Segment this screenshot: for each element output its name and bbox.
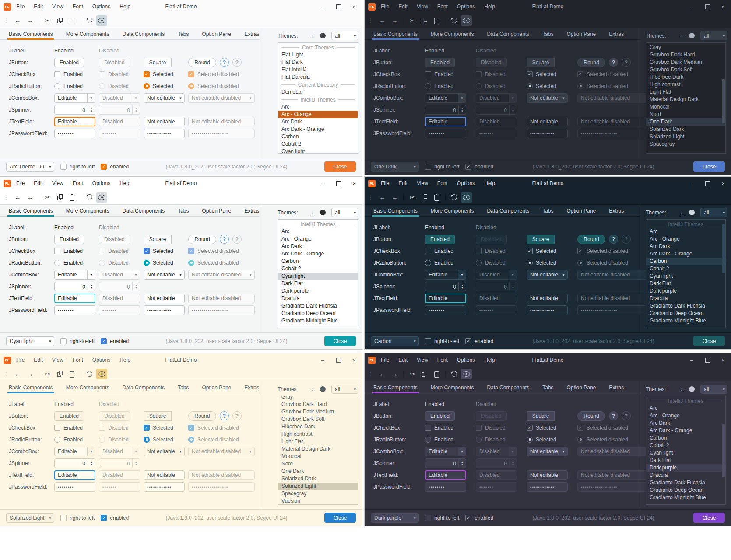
- theme-list-item[interactable]: Arc Dark: [646, 243, 725, 250]
- textfield-editable[interactable]: Editable: [54, 117, 95, 126]
- theme-list-item[interactable]: Monocai: [278, 453, 358, 460]
- copy-button[interactable]: [419, 192, 430, 203]
- toolbar-grip-icon[interactable]: ⋮: [4, 371, 9, 377]
- theme-list-item[interactable]: Gradianto Midnight Blue: [646, 494, 725, 501]
- theme-list-item[interactable]: Hiberbee Dark: [278, 423, 358, 430]
- right-to-left-checkbox[interactable]: ✓ right-to-left: [60, 338, 95, 344]
- download-icon[interactable]: ↓: [680, 210, 684, 215]
- combobox-not-editable[interactable]: Not editable ▾: [527, 270, 568, 280]
- refresh-button[interactable]: [84, 15, 95, 26]
- menu-view[interactable]: View: [52, 180, 63, 186]
- theme-list-item[interactable]: Gray: [646, 44, 725, 51]
- back-button[interactable]: ←: [12, 369, 23, 379]
- maximize-button[interactable]: [330, 177, 346, 190]
- copy-button[interactable]: [419, 15, 430, 26]
- theme-list-item[interactable]: One Dark: [278, 468, 358, 475]
- combobox-not-editable[interactable]: Not editable ▾: [527, 93, 568, 103]
- maximize-button[interactable]: [330, 0, 346, 13]
- enabled-checkbox[interactable]: ✓ enabled: [101, 338, 129, 344]
- minimize-button[interactable]: –: [684, 0, 699, 13]
- forward-button[interactable]: →: [389, 15, 400, 26]
- textfield-not-editable[interactable]: Not editable: [527, 470, 568, 480]
- textfield-not-editable[interactable]: Not editable: [144, 294, 185, 303]
- passwordfield-enabled[interactable]: ••••••••: [54, 482, 95, 492]
- menu-edit[interactable]: Edit: [34, 180, 43, 186]
- menu-view[interactable]: View: [417, 357, 428, 363]
- theme-list-item[interactable]: Light Flat: [646, 88, 725, 96]
- tab-option-pane[interactable]: Option Pane: [202, 208, 232, 216]
- cut-button[interactable]: ✂: [407, 15, 418, 26]
- radio-enabled[interactable]: Enabled: [425, 260, 476, 266]
- passwordfield-not-editable[interactable]: ••••••••••••: [527, 305, 568, 315]
- theme-list-item[interactable]: Dark purple: [278, 287, 358, 295]
- copy-button[interactable]: [54, 192, 65, 203]
- checkbox-selected[interactable]: ✓ Selected: [527, 425, 577, 431]
- round-button[interactable]: Round: [577, 234, 605, 244]
- textfield-not-editable[interactable]: Not editable: [527, 294, 568, 303]
- menu-edit[interactable]: Edit: [398, 357, 408, 363]
- scrollbar-thumb[interactable]: [722, 79, 725, 123]
- toolbar-grip-icon[interactable]: ⋮: [4, 194, 9, 200]
- themes-list[interactable]: IntelliJ ThemesArcArc - OrangeArc DarkAr…: [646, 396, 726, 505]
- square-button[interactable]: Square: [144, 411, 172, 421]
- menu-font[interactable]: Font: [73, 357, 83, 363]
- tab-tabs[interactable]: Tabs: [542, 385, 553, 393]
- passwordfield-enabled[interactable]: ••••••••: [54, 129, 95, 138]
- help-button-secondary[interactable]: ?: [232, 234, 242, 244]
- theme-list-item[interactable]: One Dark: [646, 118, 725, 126]
- theme-list-item[interactable]: Arc Dark - Orange: [278, 126, 358, 133]
- themes-filter-combobox[interactable]: all ▾: [700, 31, 727, 40]
- help-button[interactable]: ?: [609, 58, 618, 67]
- copy-button[interactable]: [54, 369, 65, 379]
- maximize-button[interactable]: [330, 354, 346, 367]
- tab-extras[interactable]: Extras: [244, 385, 259, 393]
- cut-button[interactable]: ✂: [42, 192, 53, 203]
- theme-list-item[interactable]: Dark Flat: [646, 280, 725, 287]
- menu-file[interactable]: File: [381, 357, 389, 363]
- textfield-editable[interactable]: Editable: [425, 294, 466, 303]
- theme-list-item[interactable]: Cobalt 2: [278, 140, 358, 148]
- enabled-checkbox[interactable]: ✓ enabled: [465, 515, 493, 521]
- forward-button[interactable]: →: [25, 369, 35, 379]
- show-hover-effects-toggle[interactable]: [461, 15, 472, 26]
- tab-extras[interactable]: Extras: [244, 31, 259, 39]
- menu-view[interactable]: View: [52, 357, 63, 363]
- combobox-editable[interactable]: Editable ▾: [54, 447, 95, 456]
- menu-file[interactable]: File: [16, 180, 25, 186]
- themes-list[interactable]: IntelliJ ThemesArcArc - OrangeArc DarkAr…: [646, 219, 726, 328]
- enabled-button[interactable]: Enabled: [425, 58, 455, 67]
- radio-selected[interactable]: Selected: [144, 260, 188, 266]
- combobox-editable[interactable]: Editable ▾: [425, 270, 466, 280]
- theme-list-item[interactable]: Cyan light: [278, 273, 358, 280]
- tab-data-components[interactable]: Data Components: [487, 208, 529, 216]
- back-button[interactable]: ←: [377, 369, 388, 379]
- copy-button[interactable]: [419, 369, 430, 379]
- passwordfield-not-editable[interactable]: ••••••••••••: [144, 305, 185, 315]
- theme-list-item[interactable]: Gradianto Dark Fuchsia: [646, 302, 725, 310]
- menu-font[interactable]: Font: [437, 4, 448, 10]
- theme-list-item[interactable]: Arc - Orange: [646, 235, 725, 243]
- back-button[interactable]: ←: [377, 192, 388, 203]
- enabled-checkbox[interactable]: ✓ enabled: [101, 515, 129, 521]
- tab-tabs[interactable]: Tabs: [178, 385, 189, 393]
- theme-list-item[interactable]: Gruvbox Dark Hard: [278, 401, 358, 408]
- theme-list-item[interactable]: Hiberbee Dark: [646, 74, 725, 81]
- theme-list-item[interactable]: Solarized Dark: [646, 126, 725, 133]
- spinner-enabled[interactable]: 0 ▲▼: [425, 282, 466, 291]
- theme-list-item[interactable]: Arc Dark - Orange: [278, 250, 358, 258]
- forward-button[interactable]: →: [25, 15, 35, 26]
- right-to-left-checkbox[interactable]: ✓ right-to-left: [425, 515, 459, 521]
- theme-list-item[interactable]: Gruvbox Dark Soft: [646, 66, 725, 74]
- checkbox-selected[interactable]: ✓ Selected: [527, 71, 577, 77]
- theme-list-item[interactable]: Dark Flat: [278, 280, 358, 287]
- theme-combobox[interactable]: Solarized Light ▾: [6, 513, 54, 523]
- github-icon[interactable]: [689, 210, 695, 215]
- minimize-button[interactable]: –: [315, 354, 330, 367]
- checkbox-enabled[interactable]: ✓ Enabled: [54, 248, 99, 254]
- enabled-button[interactable]: Enabled: [54, 58, 84, 67]
- tab-basic-components[interactable]: Basic Components: [373, 208, 418, 216]
- close-button[interactable]: Close: [324, 161, 356, 172]
- passwordfield-not-editable[interactable]: ••••••••••••: [144, 482, 185, 492]
- theme-list-item[interactable]: Arc Dark: [278, 243, 358, 250]
- show-hover-effects-toggle[interactable]: [96, 15, 107, 26]
